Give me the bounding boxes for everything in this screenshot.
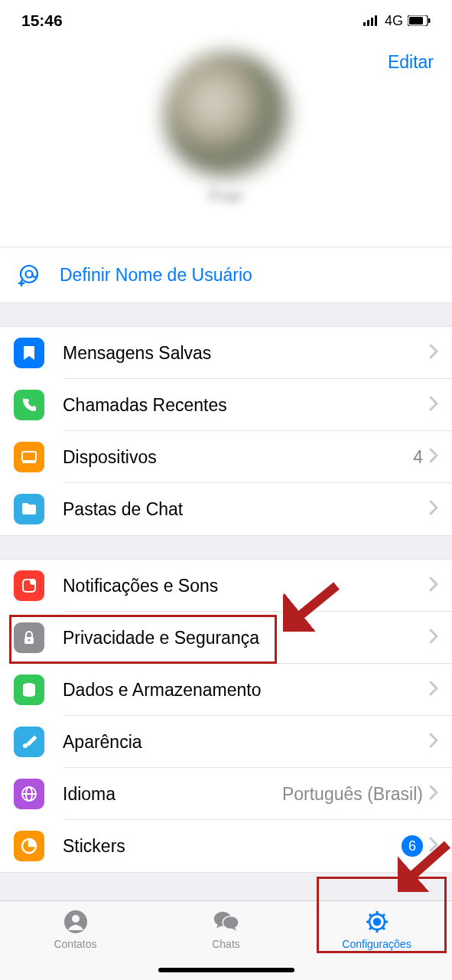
row-label: Privacidade e Segurança (63, 628, 429, 648)
chevron-right-icon (429, 448, 438, 466)
avatar[interactable] (164, 52, 289, 178)
data-icon (14, 675, 44, 705)
status-right: 4G (363, 13, 431, 29)
lock-icon (14, 622, 44, 653)
svg-point-8 (26, 271, 33, 278)
status-bar: 15:46 4G (0, 0, 452, 41)
stickers-row[interactable]: Stickers 6 (0, 820, 452, 872)
row-label: Mensagens Salvas (63, 343, 429, 364)
svg-rect-0 (363, 22, 366, 26)
tab-label: Chats (212, 938, 240, 950)
svg-rect-5 (409, 17, 423, 24)
svg-line-37 (382, 914, 385, 916)
svg-point-26 (72, 915, 80, 923)
appearance-row[interactable]: Aparência (0, 716, 452, 768)
bookmark-icon (14, 338, 44, 368)
folder-icon (14, 494, 44, 524)
notifications-row[interactable]: Notificações e Sons (0, 560, 452, 612)
chevron-right-icon (429, 629, 438, 647)
settings-group-1: Mensagens Salvas Chamadas Recentes Dispo… (0, 326, 452, 536)
svg-rect-1 (367, 20, 369, 26)
chevron-right-icon (429, 837, 438, 855)
tab-label: Contatos (54, 938, 96, 950)
tab-settings[interactable]: Configurações (301, 901, 452, 980)
row-label: Pastas de Chat (63, 499, 429, 520)
tab-label: Configurações (342, 938, 411, 950)
row-value: 4 (413, 447, 423, 468)
appearance-icon (14, 727, 44, 757)
settings-group-2: Notificações e Sons Privacidade e Segura… (0, 559, 452, 873)
svg-line-36 (382, 927, 385, 929)
row-value: Português (Brasil) (282, 784, 423, 805)
profile-header: Editar Fran (0, 41, 452, 247)
row-label: Stickers (63, 836, 402, 857)
tab-contacts[interactable]: Contatos (0, 901, 151, 980)
svg-line-35 (369, 914, 372, 916)
saved-messages-row[interactable]: Mensagens Salvas (0, 327, 452, 379)
svg-rect-2 (371, 18, 373, 26)
chat-folders-row[interactable]: Pastas de Chat (0, 483, 452, 535)
stickers-icon (14, 831, 44, 861)
svg-point-7 (21, 266, 37, 283)
row-label: Notificações e Sons (63, 576, 429, 596)
at-icon (14, 260, 44, 290)
set-username-row[interactable]: Definir Nome de Usuário (0, 247, 452, 302)
chevron-right-icon (429, 344, 438, 362)
profile-name: Fran (0, 187, 452, 207)
recent-calls-row[interactable]: Chamadas Recentes (0, 379, 452, 431)
chevron-right-icon (429, 785, 438, 803)
chevron-right-icon (429, 681, 438, 699)
language-icon (14, 779, 44, 809)
svg-rect-6 (428, 18, 431, 23)
chevron-right-icon (429, 396, 438, 414)
chats-icon (213, 909, 240, 935)
svg-point-30 (374, 919, 380, 925)
devices-row[interactable]: Dispositivos 4 (0, 431, 452, 483)
network-label: 4G (385, 13, 403, 29)
battery-icon (408, 15, 431, 26)
svg-rect-11 (22, 452, 36, 461)
status-time: 15:46 (21, 11, 63, 30)
devices-icon (14, 442, 44, 472)
edit-button[interactable]: Editar (388, 52, 434, 73)
gear-icon (363, 909, 391, 935)
home-indicator[interactable] (158, 968, 294, 972)
data-storage-row[interactable]: Dados e Armazenamento (0, 664, 452, 716)
stickers-badge: 6 (402, 835, 423, 857)
profile-subtitle (0, 210, 452, 228)
privacy-security-row[interactable]: Privacidade e Segurança (0, 612, 452, 664)
svg-line-38 (369, 927, 372, 929)
svg-point-28 (223, 916, 239, 929)
row-label: Dispositivos (63, 447, 413, 468)
phone-icon (14, 390, 44, 420)
username-section: Definir Nome de Usuário (0, 247, 452, 303)
chevron-right-icon (429, 577, 438, 595)
row-label: Dados e Armazenamento (63, 680, 429, 701)
notifications-icon (14, 570, 44, 601)
svg-point-16 (28, 639, 31, 642)
row-label: Chamadas Recentes (63, 395, 429, 416)
set-username-label: Definir Nome de Usuário (60, 265, 252, 286)
contacts-icon (62, 909, 89, 935)
signal-icon (363, 15, 380, 26)
svg-rect-3 (375, 15, 377, 26)
row-label: Idioma (63, 784, 282, 805)
chevron-right-icon (429, 500, 438, 518)
language-row[interactable]: Idioma Português (Brasil) (0, 768, 452, 820)
chevron-right-icon (429, 733, 438, 751)
svg-point-14 (31, 580, 35, 584)
row-label: Aparência (63, 732, 429, 753)
